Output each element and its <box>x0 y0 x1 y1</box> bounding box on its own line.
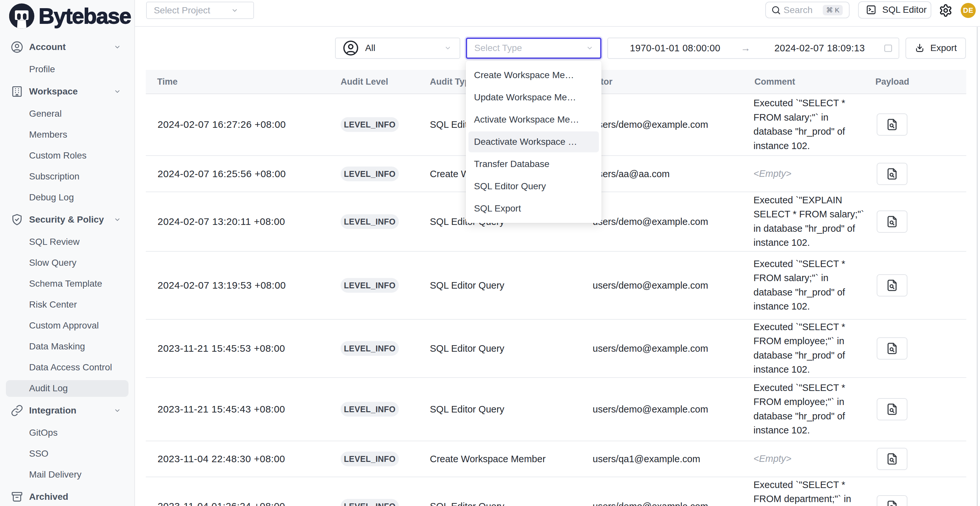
svg-text:Bytebase: Bytebase <box>38 3 131 28</box>
